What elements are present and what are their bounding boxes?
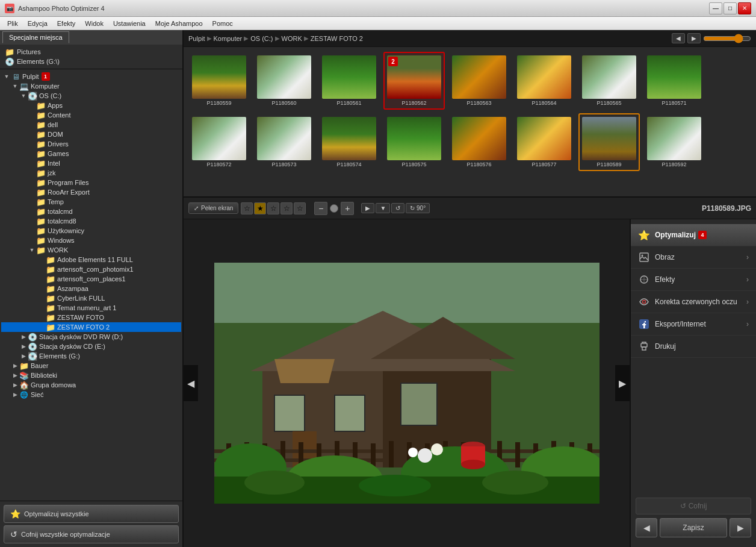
tree-item-work[interactable]: ▼ 📁 WORK [1,245,181,255]
thumb-p1180564[interactable]: P1180564 [513,52,575,110]
tree-item-computer[interactable]: ▼ 💻 Komputer [1,81,181,91]
nav-prev-button[interactable]: ▶ [361,203,374,213]
tree-item-rooarr[interactable]: 📁 RooArr Export [1,187,181,197]
tree-item-windows[interactable]: 📁 Windows [1,236,181,245]
tree-item-programfiles[interactable]: 📁 Program Files [1,178,181,187]
tree-item-jzk[interactable]: 📁 jzk [1,168,181,178]
zoom-slider[interactable] [703,34,751,43]
optimize-all-button[interactable]: ⭐ Optymalizuj wszystkie [4,505,179,523]
thumb-p1180561[interactable]: P1180561 [318,52,380,110]
star-2[interactable]: ★ [254,202,266,214]
breadcrumb-prev-btn[interactable]: ◀ [672,33,685,43]
place-pictures[interactable]: 📁 Pictures [1,47,181,57]
tree-item-adobe[interactable]: 📁 Adobe Elements 11 FULL [1,255,181,264]
tree-item-temp[interactable]: 📁 Temp [1,197,181,207]
thumb-p1180562[interactable]: 2 P1180562 [383,52,445,110]
nav-down-button[interactable]: ▼ [376,203,390,213]
tree-item-osc[interactable]: ▼ 💽 OS (C:) [1,91,181,101]
place-elements[interactable]: 💿 Elements (G:\) [1,57,181,66]
tree-item-totalcmd8[interactable]: 📁 totalcmd8 [1,216,181,226]
zoom-minus-button[interactable]: − [314,202,327,215]
menu-edit[interactable]: Edycja [23,19,52,28]
star-1[interactable]: ☆ [241,202,253,214]
tree-item-uzytkownicy[interactable]: 📁 Użytkownicy [1,226,181,236]
thumb-p1180565[interactable]: P1180565 [578,52,640,110]
rotate-left-button[interactable]: ↺ [391,203,404,213]
thumb-p1180574[interactable]: P1180574 [318,113,380,171]
preview-next-button[interactable]: ▶ [615,365,630,401]
thumb-p1180559[interactable]: P1180559 [188,52,250,110]
special-places-tab[interactable]: Specjalne miejsca [2,31,69,43]
preview-area[interactable]: ◀ [184,219,630,547]
tree-item-zestawfoto2[interactable]: 📁 ZESTAW FOTO 2 [1,322,181,332]
breadcrumb-pulpit[interactable]: Pulpit [188,35,205,42]
save-prev-button[interactable]: ◀ [636,518,657,537]
tree-item-dvdrw[interactable]: ▶ 💿 Stacja dysków DVD RW (D:) [1,332,181,342]
tree-item-biblioteki[interactable]: ▶ 📚 Biblioteki [1,370,181,380]
left-panel: Specjalne miejsca 📁 Pictures 💿 Elements … [0,30,184,547]
tree-item-artensoft2[interactable]: 📁 artensoft_com_places1 [1,274,181,284]
obraz-button[interactable]: Obraz › [631,246,756,269]
star-3[interactable]: ☆ [267,202,279,214]
thumb-p1180572[interactable]: P1180572 [188,113,250,171]
thumb-p1180576[interactable]: P1180576 [448,113,510,171]
thumb-p1180573[interactable]: P1180573 [253,113,315,171]
menu-effects[interactable]: Efekty [52,19,81,28]
undo-button[interactable]: ↺ Cofnij [636,498,751,514]
thumb-p1180571[interactable]: P1180571 [643,52,705,110]
tree-item-aszampaa[interactable]: 📁 Aszampaa [1,284,181,293]
menu-file[interactable]: Plik [2,19,23,28]
menu-settings[interactable]: Ustawienia [108,19,150,28]
zoom-circle-button[interactable] [330,204,338,213]
zoom-plus-button[interactable]: + [341,202,354,215]
star-4[interactable]: ☆ [280,202,293,214]
menu-view[interactable]: Widok [80,19,108,28]
optimize-button[interactable]: ⭐ Optymalizuj 4 [631,224,756,246]
print-button[interactable]: Drukuj [631,336,756,358]
tree-item-games[interactable]: 📁 Games [1,149,181,158]
tree-item-content[interactable]: 📁 Content [1,110,181,120]
breadcrumb-osc[interactable]: OS (C:) [250,35,273,42]
undo-all-button[interactable]: ↺ Cofnij wszystkie optymalizacje [4,525,179,543]
preview-prev-button[interactable]: ◀ [184,365,198,401]
breadcrumb-next-btn[interactable]: ▶ [687,33,701,43]
menu-myashampoo[interactable]: Moje Ashampoo [150,19,208,28]
thumb-p1180589[interactable]: P1180589 [578,113,640,171]
menu-help[interactable]: Pomoc [208,19,238,28]
tree-item-dom[interactable]: 📁 DOM [1,130,181,139]
minimize-button[interactable]: — [709,2,722,14]
save-next-button[interactable]: ▶ [730,518,751,537]
tree-item-artensoft1[interactable]: 📁 artensoft_com_photomix1 [1,264,181,274]
tree-item-apps[interactable]: 📁 Apps [1,101,181,110]
export-button[interactable]: Eksport/Internet › [631,313,756,336]
thumb-p1180577[interactable]: P1180577 [513,113,575,171]
tree-item-zestawfoto[interactable]: 📁 ZESTAW FOTO [1,313,181,322]
tree-item-cde[interactable]: ▶ 💿 Stacja dysków CD (E:) [1,342,181,351]
tree-item-pulpit[interactable]: ▼ 🖥 Pulpit 1 [1,72,181,81]
tree-item-temat[interactable]: 📁 Temat numeru_art 1 [1,303,181,313]
star-5[interactable]: ☆ [294,202,306,214]
rotate-right-button[interactable]: ↻ 90° [406,203,430,213]
breadcrumb-zestawfoto2[interactable]: ZESTAW FOTO 2 [311,35,363,42]
fullscreen-button[interactable]: ⤢ Pełen ekran [188,202,238,214]
thumb-p1180563[interactable]: P1180563 [448,52,510,110]
tree-item-cyberlink[interactable]: 📁 CyberLink FULL [1,293,181,303]
tree-item-bauer[interactable]: ▶ 📁 Bauer [1,361,181,370]
maximize-button[interactable]: □ [723,2,737,14]
save-button[interactable]: Zapisz [660,518,727,537]
tree-item-intel[interactable]: 📁 Intel [1,158,181,168]
breadcrumb-work[interactable]: WORK [282,35,302,42]
tree-item-totalcmd[interactable]: 📁 totalcmd [1,207,181,216]
thumb-p1180560[interactable]: P1180560 [253,52,315,110]
tree-item-siec[interactable]: ▶ 🌐 Sieć [1,390,181,399]
redeye-button[interactable]: Korekta czerwonych oczu › [631,291,756,313]
thumb-p1180592[interactable]: P1180592 [643,113,705,171]
breadcrumb-komputer[interactable]: Komputer [214,35,243,42]
tree-item-dell[interactable]: 📁 dell [1,120,181,130]
efekty-button[interactable]: Efekty › [631,269,756,291]
tree-item-drivers[interactable]: 📁 Drivers [1,139,181,149]
close-button[interactable]: ✕ [738,2,751,14]
tree-item-elementsg[interactable]: ▶ 💽 Elements (G:) [1,351,181,361]
tree-item-grupadomowa[interactable]: ▶ 🏠 Grupa domowa [1,380,181,390]
thumb-p1180575[interactable]: P1180575 [383,113,445,171]
